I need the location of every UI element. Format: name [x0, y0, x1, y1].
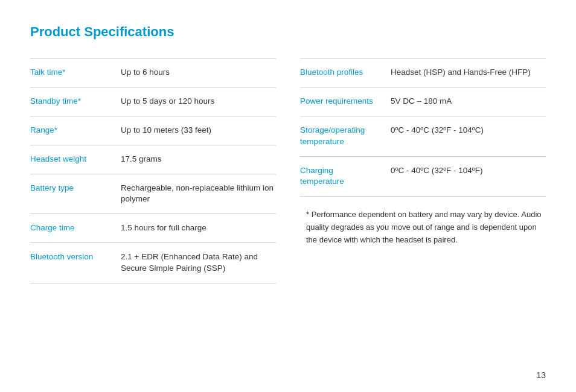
spec-value: 5V DC – 180 mA: [391, 96, 546, 107]
footnote: * Performance dependent on battery and m…: [300, 209, 546, 246]
spec-value: 2.1 + EDR (Enhanced Data Rate) and Secur…: [121, 251, 276, 274]
spec-label: Bluetooth version: [30, 251, 109, 263]
page-container: Product Specifications Talk time*Up to 6…: [0, 0, 576, 392]
left-spec-row: Talk time*Up to 6 hours: [30, 58, 276, 87]
right-column: Bluetooth profilesHeadset (HSP) and Hand…: [300, 58, 546, 283]
left-spec-row: Bluetooth version2.1 + EDR (Enhanced Dat…: [30, 243, 276, 283]
spec-value: Up to 10 meters (33 feet): [121, 125, 276, 136]
spec-value: Up to 5 days or 120 hours: [121, 96, 276, 107]
content-area: Talk time*Up to 6 hoursStandby time*Up t…: [30, 58, 546, 283]
spec-label: Headset weight: [30, 154, 109, 165]
left-spec-row: Battery typeRechargeable, non-replaceabl…: [30, 174, 276, 215]
spec-value: Up to 6 hours: [121, 67, 276, 78]
right-spec-row: Bluetooth profilesHeadset (HSP) and Hand…: [300, 58, 546, 87]
left-column: Talk time*Up to 6 hoursStandby time*Up t…: [30, 58, 276, 283]
left-spec-row: Range*Up to 10 meters (33 feet): [30, 116, 276, 145]
spec-value: 0ºC - 40ºC (32ºF - 104ºC): [391, 125, 546, 136]
spec-value: 17.5 grams: [121, 154, 276, 165]
spec-label: Range*: [30, 125, 109, 136]
spec-value: Rechargeable, non-replaceable lithium io…: [121, 183, 276, 206]
spec-label: Bluetooth profiles: [300, 67, 379, 78]
page-title: Product Specifications: [30, 24, 546, 40]
spec-label: Battery type: [30, 183, 109, 194]
spec-label: Standby time*: [30, 96, 109, 107]
page-number: 13: [536, 370, 546, 380]
spec-value: 1.5 hours for full charge: [121, 223, 276, 234]
spec-value: Headset (HSP) and Hands-Free (HFP): [391, 67, 546, 78]
right-spec-row: Storage/operating temperature0ºC - 40ºC …: [300, 116, 546, 157]
spec-label: Charge time: [30, 223, 109, 234]
left-spec-row: Charge time1.5 hours for full charge: [30, 214, 276, 243]
left-spec-row: Standby time*Up to 5 days or 120 hours: [30, 87, 276, 116]
spec-label: Talk time*: [30, 67, 109, 78]
left-spec-row: Headset weight17.5 grams: [30, 145, 276, 174]
right-spec-row: Charging temperature0ºC - 40ºC (32ºF - 1…: [300, 157, 546, 197]
spec-value: 0ºC - 40ºC (32ºF - 104ºF): [391, 165, 546, 177]
spec-label: Power requirements: [300, 96, 379, 107]
spec-label: Charging temperature: [300, 165, 379, 188]
spec-label: Storage/operating temperature: [300, 125, 379, 148]
right-spec-row: Power requirements5V DC – 180 mA: [300, 87, 546, 116]
